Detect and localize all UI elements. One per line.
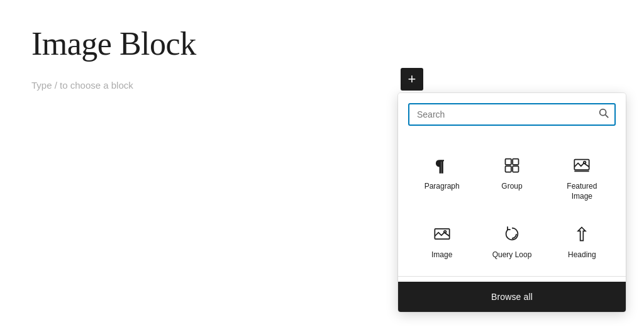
svg-point-8	[584, 162, 586, 164]
block-item-query-loop[interactable]: Query Loop	[478, 212, 545, 269]
block-picker: ¶ Paragraph Group	[398, 93, 626, 312]
block-hint: Type / to choose a block	[31, 80, 613, 91]
search-container	[398, 93, 626, 133]
group-icon	[501, 154, 523, 177]
add-block-button[interactable]: +	[401, 68, 423, 91]
block-label-featured-image: Featured Image	[567, 182, 597, 201]
svg-rect-5	[505, 166, 511, 172]
block-label-paragraph: Paragraph	[425, 182, 460, 192]
block-item-paragraph[interactable]: ¶ Paragraph	[408, 143, 475, 209]
heading-icon	[570, 223, 593, 245]
search-input[interactable]	[408, 103, 616, 126]
block-item-heading[interactable]: Heading	[548, 212, 616, 269]
svg-line-1	[606, 115, 609, 118]
svg-text:¶: ¶	[436, 157, 443, 174]
paragraph-icon: ¶	[431, 154, 453, 177]
block-item-group[interactable]: Group	[478, 143, 545, 209]
search-wrapper	[408, 103, 616, 126]
svg-rect-3	[505, 159, 511, 165]
svg-point-11	[444, 231, 447, 233]
featured-image-icon	[570, 154, 593, 177]
browse-all-button[interactable]: Browse all	[398, 282, 626, 312]
image-icon	[431, 223, 453, 245]
block-label-query-loop: Query Loop	[492, 250, 532, 260]
svg-marker-12	[578, 228, 586, 241]
block-label-image: Image	[431, 250, 452, 260]
block-item-featured-image[interactable]: Featured Image	[548, 143, 616, 209]
svg-rect-4	[513, 159, 518, 165]
editor-area: Image Block Type / to choose a block +	[0, 0, 644, 327]
query-loop-icon	[501, 223, 523, 245]
search-icon	[598, 108, 609, 119]
blocks-grid: ¶ Paragraph Group	[398, 133, 626, 274]
page-title: Image Block	[31, 25, 613, 62]
search-icon-button[interactable]	[597, 106, 611, 123]
svg-rect-6	[513, 166, 518, 172]
svg-point-0	[600, 109, 606, 116]
divider	[398, 276, 626, 277]
block-label-group: Group	[501, 182, 522, 192]
block-item-image[interactable]: Image	[408, 212, 475, 269]
block-label-heading: Heading	[568, 250, 596, 260]
